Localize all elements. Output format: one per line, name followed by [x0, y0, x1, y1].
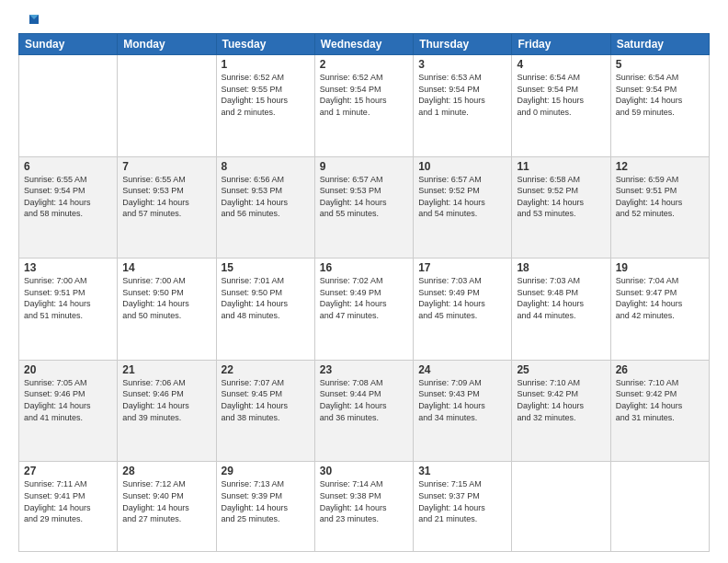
calendar-cell: 12Sunrise: 6:59 AM Sunset: 9:51 PM Dayli… — [610, 156, 709, 259]
day-info: Sunrise: 6:57 AM Sunset: 9:52 PM Dayligh… — [418, 174, 506, 220]
calendar-cell: 9Sunrise: 6:57 AM Sunset: 9:53 PM Daylig… — [314, 156, 413, 259]
day-number: 30 — [320, 465, 408, 477]
day-number: 31 — [418, 465, 506, 477]
calendar-cell: 21Sunrise: 7:06 AM Sunset: 9:46 PM Dayli… — [118, 360, 216, 462]
calendar-cell: 18Sunrise: 7:03 AM Sunset: 9:48 PM Dayli… — [512, 259, 610, 361]
calendar-cell: 27Sunrise: 7:11 AM Sunset: 9:41 PM Dayli… — [19, 462, 118, 552]
day-info: Sunrise: 6:56 AM Sunset: 9:53 PM Dayligh… — [222, 174, 310, 220]
day-info: Sunrise: 7:05 AM Sunset: 9:46 PM Dayligh… — [24, 377, 112, 423]
calendar-cell: 4Sunrise: 6:54 AM Sunset: 9:54 PM Daylig… — [512, 55, 610, 157]
calendar-cell: 2Sunrise: 6:52 AM Sunset: 9:54 PM Daylig… — [314, 55, 413, 157]
day-number: 12 — [616, 160, 704, 173]
calendar-cell — [512, 462, 610, 552]
day-number: 19 — [616, 261, 704, 274]
day-number: 10 — [418, 160, 506, 173]
calendar-cell: 10Sunrise: 6:57 AM Sunset: 9:52 PM Dayli… — [414, 156, 512, 259]
weekday-header: Thursday — [414, 34, 512, 55]
day-number: 6 — [24, 160, 112, 173]
day-number: 20 — [24, 363, 112, 376]
day-number: 16 — [320, 261, 408, 274]
calendar-cell: 22Sunrise: 7:07 AM Sunset: 9:45 PM Dayli… — [216, 360, 314, 462]
day-info: Sunrise: 6:55 AM Sunset: 9:54 PM Dayligh… — [24, 174, 112, 220]
calendar-week-row: 1Sunrise: 6:52 AM Sunset: 9:55 PM Daylig… — [19, 55, 710, 157]
day-number: 7 — [122, 160, 210, 173]
calendar-cell: 3Sunrise: 6:53 AM Sunset: 9:54 PM Daylig… — [414, 55, 512, 157]
calendar-cell: 31Sunrise: 7:15 AM Sunset: 9:37 PM Dayli… — [414, 462, 512, 552]
day-info: Sunrise: 6:52 AM Sunset: 9:55 PM Dayligh… — [222, 72, 310, 118]
day-number: 5 — [616, 58, 704, 71]
day-info: Sunrise: 7:13 AM Sunset: 9:39 PM Dayligh… — [222, 478, 310, 524]
day-number: 11 — [517, 160, 605, 173]
calendar-week-row: 6Sunrise: 6:55 AM Sunset: 9:54 PM Daylig… — [19, 156, 710, 259]
weekday-header: Monday — [118, 34, 216, 55]
calendar-cell — [610, 462, 709, 552]
calendar-header-row: SundayMondayTuesdayWednesdayThursdayFrid… — [19, 34, 710, 55]
calendar-cell — [118, 55, 216, 157]
day-info: Sunrise: 7:03 AM Sunset: 9:49 PM Dayligh… — [418, 275, 506, 321]
day-info: Sunrise: 7:11 AM Sunset: 9:41 PM Dayligh… — [24, 478, 112, 524]
day-info: Sunrise: 7:00 AM Sunset: 9:51 PM Dayligh… — [24, 275, 112, 321]
day-number: 23 — [320, 363, 408, 376]
day-info: Sunrise: 6:52 AM Sunset: 9:54 PM Dayligh… — [320, 72, 408, 118]
weekday-header: Friday — [512, 34, 610, 55]
calendar-cell: 14Sunrise: 7:00 AM Sunset: 9:50 PM Dayli… — [118, 259, 216, 361]
day-number: 25 — [517, 363, 605, 376]
weekday-header: Sunday — [19, 34, 118, 55]
calendar-cell: 25Sunrise: 7:10 AM Sunset: 9:42 PM Dayli… — [512, 360, 610, 462]
day-number: 26 — [616, 363, 704, 376]
calendar-cell: 24Sunrise: 7:09 AM Sunset: 9:43 PM Dayli… — [414, 360, 512, 462]
day-info: Sunrise: 7:10 AM Sunset: 9:42 PM Dayligh… — [517, 377, 605, 423]
day-number: 29 — [222, 465, 310, 477]
day-info: Sunrise: 7:12 AM Sunset: 9:40 PM Dayligh… — [122, 478, 210, 524]
calendar-cell: 29Sunrise: 7:13 AM Sunset: 9:39 PM Dayli… — [216, 462, 314, 552]
day-number: 1 — [222, 58, 310, 71]
day-info: Sunrise: 7:03 AM Sunset: 9:48 PM Dayligh… — [517, 275, 605, 321]
calendar-cell: 23Sunrise: 7:08 AM Sunset: 9:44 PM Dayli… — [314, 360, 413, 462]
day-number: 13 — [24, 261, 112, 274]
day-info: Sunrise: 6:59 AM Sunset: 9:51 PM Dayligh… — [616, 174, 704, 220]
calendar-cell: 26Sunrise: 7:10 AM Sunset: 9:42 PM Dayli… — [610, 360, 709, 462]
day-number: 2 — [320, 58, 408, 71]
calendar-cell: 19Sunrise: 7:04 AM Sunset: 9:47 PM Dayli… — [610, 259, 709, 361]
weekday-header: Tuesday — [216, 34, 314, 55]
day-info: Sunrise: 6:58 AM Sunset: 9:52 PM Dayligh… — [517, 174, 605, 220]
calendar-cell: 11Sunrise: 6:58 AM Sunset: 9:52 PM Dayli… — [512, 156, 610, 259]
calendar-cell: 6Sunrise: 6:55 AM Sunset: 9:54 PM Daylig… — [19, 156, 118, 259]
day-info: Sunrise: 7:10 AM Sunset: 9:42 PM Dayligh… — [616, 377, 704, 423]
calendar-cell: 8Sunrise: 6:56 AM Sunset: 9:53 PM Daylig… — [216, 156, 314, 259]
day-info: Sunrise: 6:55 AM Sunset: 9:53 PM Dayligh… — [122, 174, 210, 220]
logo-flag-icon — [20, 15, 39, 29]
calendar-cell: 30Sunrise: 7:14 AM Sunset: 9:38 PM Dayli… — [314, 462, 413, 552]
day-info: Sunrise: 7:14 AM Sunset: 9:38 PM Dayligh… — [320, 478, 408, 524]
day-info: Sunrise: 7:06 AM Sunset: 9:46 PM Dayligh… — [122, 377, 210, 423]
day-number: 9 — [320, 160, 408, 173]
calendar-table: SundayMondayTuesdayWednesdayThursdayFrid… — [18, 33, 710, 552]
day-number: 14 — [122, 261, 210, 274]
calendar-cell: 5Sunrise: 6:54 AM Sunset: 9:54 PM Daylig… — [610, 55, 709, 157]
calendar-cell: 20Sunrise: 7:05 AM Sunset: 9:46 PM Dayli… — [19, 360, 118, 462]
day-info: Sunrise: 7:09 AM Sunset: 9:43 PM Dayligh… — [418, 377, 506, 423]
calendar-week-row: 27Sunrise: 7:11 AM Sunset: 9:41 PM Dayli… — [19, 462, 710, 552]
day-info: Sunrise: 6:54 AM Sunset: 9:54 PM Dayligh… — [517, 72, 605, 118]
calendar-cell: 7Sunrise: 6:55 AM Sunset: 9:53 PM Daylig… — [118, 156, 216, 259]
day-info: Sunrise: 7:04 AM Sunset: 9:47 PM Dayligh… — [616, 275, 704, 321]
day-info: Sunrise: 7:01 AM Sunset: 9:50 PM Dayligh… — [222, 275, 310, 321]
page: SundayMondayTuesdayWednesdayThursdayFrid… — [0, 0, 728, 563]
calendar-cell: 16Sunrise: 7:02 AM Sunset: 9:49 PM Dayli… — [314, 259, 413, 361]
day-info: Sunrise: 7:00 AM Sunset: 9:50 PM Dayligh… — [122, 275, 210, 321]
day-number: 3 — [418, 58, 506, 71]
day-info: Sunrise: 6:54 AM Sunset: 9:54 PM Dayligh… — [616, 72, 704, 118]
day-info: Sunrise: 7:15 AM Sunset: 9:37 PM Dayligh… — [418, 478, 506, 524]
calendar-week-row: 20Sunrise: 7:05 AM Sunset: 9:46 PM Dayli… — [19, 360, 710, 462]
day-number: 8 — [222, 160, 310, 173]
day-number: 24 — [418, 363, 506, 376]
weekday-header: Wednesday — [314, 34, 413, 55]
day-info: Sunrise: 7:07 AM Sunset: 9:45 PM Dayligh… — [222, 377, 310, 423]
day-number: 27 — [24, 465, 112, 477]
calendar-cell: 28Sunrise: 7:12 AM Sunset: 9:40 PM Dayli… — [118, 462, 216, 552]
day-number: 28 — [122, 465, 210, 477]
day-info: Sunrise: 6:57 AM Sunset: 9:53 PM Dayligh… — [320, 174, 408, 220]
logo — [18, 15, 39, 26]
day-number: 4 — [517, 58, 605, 71]
calendar-cell: 17Sunrise: 7:03 AM Sunset: 9:49 PM Dayli… — [414, 259, 512, 361]
